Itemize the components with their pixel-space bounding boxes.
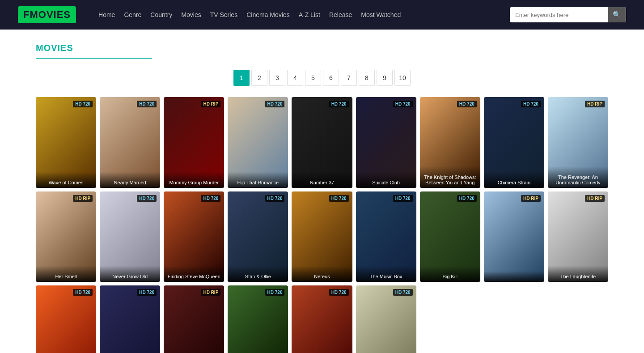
movie-card[interactable]: HD 720Soldier of War [36,285,96,353]
movie-badge: HD RIP [201,289,220,296]
search-container: 🔍 [510,7,626,22]
movie-badge: HD 720 [393,289,413,296]
movie-title: Her Smell [36,266,96,282]
nav-item-az-list[interactable]: A-Z List [299,11,320,18]
movie-title: Number 37 [292,172,352,188]
movie-title: Stan & Ollie [228,266,288,282]
movie-badge: HD 720 [73,101,93,107]
movie-card[interactable]: HD 720Chimera Strain [484,97,544,188]
movie-card[interactable]: HD 720Nereus [292,191,352,282]
movie-title: Wave of Crimes [36,172,96,188]
movie-title: The Revenger: An Unromantic Comedy [548,166,608,188]
logo[interactable]: FMOVIES [18,6,76,23]
movie-title: Never Grow Old [100,266,160,282]
nav-item-genre[interactable]: Genre [124,11,141,18]
movie-card[interactable]: HD RIPHer Smell [36,191,96,282]
movie-title: Nereus [292,266,352,282]
movie-card[interactable]: HD 720Never Grow Old [100,191,160,282]
movie-badge: HD RIP [521,195,541,202]
movie-badge: HD RIP [585,101,605,107]
pagination: 12345678910 [36,70,608,86]
movie-badge: HD 720 [521,101,541,107]
movie-card[interactable]: HD RIPThe Revenger: An Unromantic Comedy [548,97,608,188]
nav-item-home[interactable]: Home [98,11,115,18]
movie-card[interactable]: HD 720Suicide Club [356,97,416,188]
search-button[interactable]: 🔍 [608,7,626,22]
movie-badge: HD 720 [393,101,413,107]
movie-title: Nearly Married [100,172,160,188]
movie-title: Finding Steve McQueen [164,266,224,282]
movie-title: Chimera Strain [484,172,544,188]
movie-card[interactable]: HD 720Nearly Married [100,97,160,188]
movie-badge: HD 720 [265,101,285,107]
movie-title: The Knight of Shadows: Between Yin and Y… [420,166,480,188]
movie-grid: HD 720Wave of CrimesHD 720Nearly Married… [36,97,608,353]
movie-card[interactable]: HD 720Carga [292,285,352,353]
movie-card[interactable]: HD 720The Knight of Shadows: Between Yin… [420,97,480,188]
main-content: MOVIES 12345678910 HD 720Wave of CrimesH… [0,30,644,353]
page-btn-6[interactable]: 6 [323,70,339,86]
movie-card[interactable]: HD 720Big Kill [420,191,480,282]
nav-item-country[interactable]: Country [150,11,172,18]
movie-badge: HD RIP [73,195,93,202]
section-title: MOVIES [36,43,152,59]
movie-badge: HD 720 [457,195,477,202]
movie-card[interactable]: HD RIPViolentia [164,285,224,353]
movie-title: Flip That Romance [228,172,288,188]
movie-badge: HD 720 [137,289,157,296]
movie-card[interactable]: HD 720Flip That Romance [228,97,288,188]
movie-card[interactable]: HD 720Wave of Crimes [36,97,96,188]
movie-title: Suicide Club [356,172,416,188]
movie-card[interactable]: HD 720Finding Steve McQueen [164,191,224,282]
movie-badge: HD 720 [73,289,93,296]
page-btn-8[interactable]: 8 [359,70,375,86]
movie-card[interactable]: HD RIPMommy Group Murder [164,97,224,188]
movie-badge: HD 720 [457,101,477,107]
movie-title: Mommy Group Murder [164,172,224,188]
page-btn-4[interactable]: 4 [287,70,303,86]
movie-title: The Music Box [356,266,416,282]
movie-badge: HD 720 [201,195,220,202]
nav-links: HomeGenreCountryMoviesTV SeriesCinema Mo… [98,11,496,18]
movie-card[interactable]: HD 720 [228,285,288,353]
nav-item-tv-series[interactable]: TV Series [210,11,237,18]
page-btn-2[interactable]: 2 [251,70,267,86]
nav-item-cinema-movies[interactable]: Cinema Movies [246,11,289,18]
movie-card[interactable]: HD RIPThe Laughterlife [548,191,608,282]
movie-badge: HD 720 [329,195,349,202]
movie-badge: HD 720 [265,195,285,202]
movie-badge: HD 720 [265,289,285,296]
movie-badge: HD 720 [393,195,413,202]
movie-badge: HD 720 [329,289,349,296]
page-btn-1[interactable]: 1 [233,70,250,86]
movie-badge: HD 720 [329,101,349,107]
nav-item-most-watched[interactable]: Most Watched [361,11,401,18]
movie-title: Big Kill [420,266,480,282]
page-btn-7[interactable]: 7 [341,70,357,86]
movie-badge: HD 720 [137,195,157,202]
movie-title: The Laughterlife [548,266,608,282]
movie-title [484,271,544,282]
movie-card[interactable]: HD RIP [484,191,544,282]
movie-card[interactable]: HD 720The Music Box [356,191,416,282]
nav-item-release[interactable]: Release [329,11,352,18]
movie-card[interactable]: HD 720Stan & Ollie [228,191,288,282]
page-btn-10[interactable]: 10 [394,70,411,86]
movie-card[interactable]: HD 720 [356,285,416,353]
search-input[interactable] [510,8,608,22]
page-btn-9[interactable]: 9 [377,70,393,86]
movie-badge: HD 720 [137,101,157,107]
page-btn-5[interactable]: 5 [305,70,321,86]
movie-card[interactable]: HD 720 [100,285,160,353]
header: FMOVIES HomeGenreCountryMoviesTV SeriesC… [0,0,644,30]
page-btn-3[interactable]: 3 [269,70,285,86]
nav-item-movies[interactable]: Movies [181,11,201,18]
movie-badge: HD RIP [585,195,605,202]
movie-card[interactable]: HD 720Number 37 [292,97,352,188]
movie-badge: HD RIP [201,101,220,107]
